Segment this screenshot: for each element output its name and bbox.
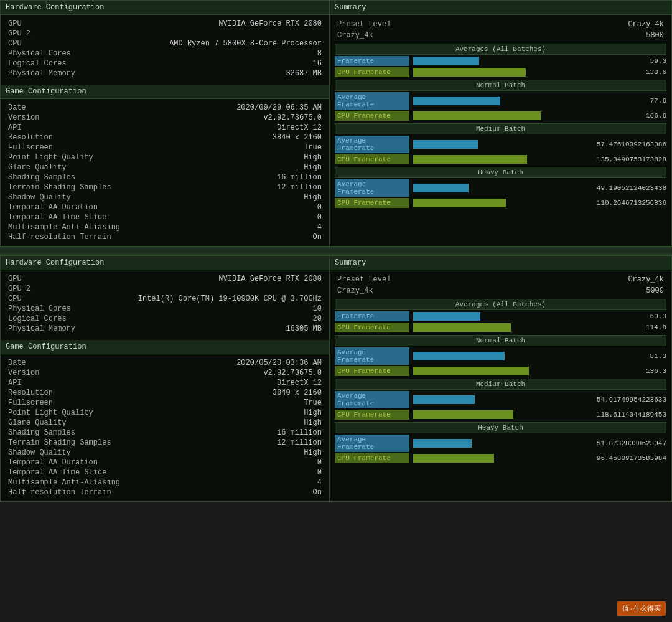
heavy-cpu-value-2: 96.45809173583984: [567, 455, 666, 462]
medium-cpu-bar-2: [413, 410, 513, 419]
row-value: 4: [317, 478, 322, 487]
config-row: Glare QualityHigh: [1, 418, 329, 428]
row-value: 0: [317, 468, 322, 477]
normal-avg-bar-container-2: [413, 352, 563, 360]
heavy-avg-bar-2: [413, 439, 472, 448]
cpu-framerate-value-1: 133.6: [567, 68, 666, 76]
row-value: AMD Ryzen 7 5800X 8-Core Processor: [169, 39, 322, 48]
bottom-section-row: Hardware Configuration GPUNVIDIA GeForce…: [0, 255, 672, 502]
panel1-summary-content: Preset Level Crazy_4k Crazy_4k 5800 Aver…: [330, 15, 671, 213]
medium-cpu-bar-container-1: [413, 155, 563, 164]
row-value: High: [304, 418, 322, 427]
medium-avg-label-1: Average Framerate: [335, 136, 409, 153]
config-row: Point Light QualityHigh: [1, 153, 329, 163]
heavy-cpu-value-1: 110.2646713256836: [567, 199, 666, 207]
row-label: Half-resolution Terrain: [8, 488, 111, 497]
row-label: Temporal AA Time Slice: [8, 213, 106, 222]
heavy-avg-bar-container-1: [413, 184, 563, 192]
row-value: 0: [317, 213, 322, 222]
framerate-bar-container-2: [413, 312, 563, 321]
medium-avg-value-1: 57.47610092163086: [567, 141, 666, 148]
row-label: GPU: [8, 19, 22, 28]
row-label: CPU: [8, 39, 22, 48]
normal-header-1: Normal Batch: [335, 80, 666, 91]
medium-avg-bar-container-2: [413, 395, 563, 404]
row-value: 20: [313, 314, 322, 323]
panel2-right: Summary Preset Level Crazy_4k Crazy_4k 5…: [330, 255, 672, 502]
config-row: Versionv2.92.73675.0: [1, 368, 329, 378]
normal-avg-value-2: 81.3: [567, 352, 666, 360]
config-row: Shading Samples16 million: [1, 428, 329, 438]
config-row: Date2020/09/29 06:35 AM: [1, 103, 329, 113]
row-label: Terrain Shading Samples: [8, 438, 111, 447]
score-value-2: 5900: [646, 286, 664, 295]
heavy-cpu-bar-container-1: [413, 199, 563, 207]
cpu-framerate-label-2: CPU Framerate: [335, 323, 409, 332]
config-row: Date2020/05/20 03:36 AM: [1, 358, 329, 368]
config-row: Shading Samples16 million: [1, 172, 329, 182]
divider-strip: [0, 247, 672, 255]
framerate-bar-container-1: [413, 57, 563, 65]
row-value: 3840 x 2160: [273, 133, 322, 142]
top-section-row: Hardware Configuration GPUNVIDIA GeForce…: [0, 0, 672, 247]
normal-header-2: Normal Batch: [335, 335, 666, 346]
score-row-1: Crazy_4k 5800: [335, 30, 666, 41]
row-label: Shadow Quality: [8, 448, 71, 457]
normal-avg-row-2: Average Framerate 81.3: [335, 347, 666, 365]
panel1-game-header: Game Configuration: [1, 85, 329, 99]
heavy-header-2: Heavy Batch: [335, 422, 666, 433]
normal-avg-bar-2: [413, 352, 505, 360]
panel2-left: Hardware Configuration GPUNVIDIA GeForce…: [0, 255, 330, 502]
averages-header-2: Averages (All Batches): [335, 299, 666, 310]
row-value: v2.92.73675.0: [263, 113, 322, 122]
config-row: Versionv2.92.73675.0: [1, 113, 329, 123]
preset-value-2: Crazy_4k: [628, 275, 664, 284]
normal-cpu-bar-1: [413, 111, 541, 120]
medium-avg-bar-container-1: [413, 140, 563, 149]
config-row: GPUNVIDIA GeForce RTX 2080: [1, 19, 329, 29]
row-value: High: [304, 193, 322, 202]
heavy-cpu-label-1: CPU Framerate: [335, 198, 409, 208]
row-value: 10: [313, 304, 322, 313]
framerate-label-1: Framerate: [335, 56, 409, 66]
preset-value-1: Crazy_4k: [628, 20, 664, 29]
row-label: Fullscreen: [8, 143, 53, 152]
normal-avg-bar-1: [413, 97, 500, 105]
row-label: Terrain Shading Samples: [8, 183, 111, 192]
cpu-framerate-row-2: CPU Framerate 114.8: [335, 323, 666, 332]
cpu-framerate-label-1: CPU Framerate: [335, 67, 409, 77]
config-row: Temporal AA Duration0: [1, 458, 329, 468]
row-label: CPU: [8, 295, 22, 303]
cpu-framerate-value-2: 114.8: [567, 324, 666, 331]
framerate-value-1: 59.3: [567, 57, 666, 65]
row-value: 2020/05/20 03:36 AM: [236, 359, 322, 367]
normal-avg-row-1: Average Framerate 77.6: [335, 92, 666, 110]
panel1-hardware-header: Hardware Configuration: [1, 1, 329, 15]
row-label: Physical Cores: [8, 304, 71, 313]
row-label: Temporal AA Time Slice: [8, 468, 106, 477]
row-label: Physical Memory: [8, 69, 75, 78]
row-value: 32687 MB: [286, 69, 322, 78]
normal-cpu-value-2: 136.3: [567, 367, 666, 375]
normal-avg-label-1: Average Framerate: [335, 92, 409, 110]
medium-cpu-value-2: 118.6114044189453: [567, 411, 666, 418]
row-label: Version: [8, 369, 39, 377]
medium-avg-bar-1: [413, 140, 478, 149]
heavy-cpu-label-2: CPU Framerate: [335, 453, 409, 463]
config-row: Shadow QualityHigh: [1, 448, 329, 458]
row-value: On: [313, 233, 322, 242]
config-row: Logical Cores16: [1, 59, 329, 68]
heavy-avg-label-2: Average Framerate: [335, 435, 409, 452]
row-value: 0: [317, 458, 322, 467]
panel1-game-content: Date2020/09/29 06:35 AMVersionv2.92.7367…: [1, 99, 329, 246]
panel2-hardware-content: GPUNVIDIA GeForce RTX 2080GPU 2CPUIntel(…: [1, 270, 329, 337]
normal-cpu-bar-2: [413, 367, 529, 375]
normal-avg-bar-container-1: [413, 97, 563, 105]
preset-row-1: Preset Level Crazy_4k: [335, 19, 666, 30]
panel1-right: Summary Preset Level Crazy_4k Crazy_4k 5…: [330, 0, 672, 247]
framerate-row-1: Framerate 59.3: [335, 56, 666, 66]
config-row: Temporal AA Time Slice0: [1, 468, 329, 478]
score-row-2: Crazy_4k 5900: [335, 285, 666, 296]
panel1-summary-header: Summary: [330, 1, 671, 15]
normal-cpu-value-1: 166.6: [567, 112, 666, 120]
